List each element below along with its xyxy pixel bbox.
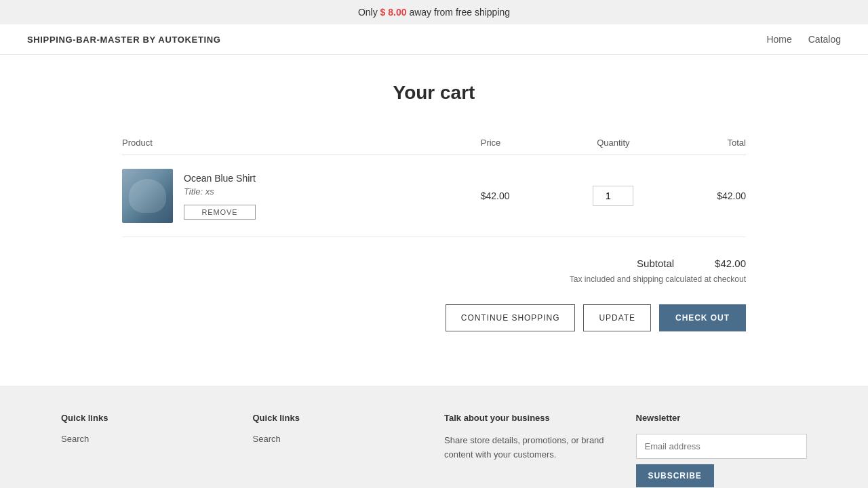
product-details: Ocean Blue Shirt Title: xs REMOVE (184, 173, 256, 220)
shipping-bar: Only $ 8.00 away from free shipping (0, 0, 868, 24)
footer-col-4-title: Newsletter (636, 413, 808, 423)
footer-col-3-title: Talk about your business (444, 413, 616, 423)
col-product: Product (122, 131, 481, 155)
product-price: $42.00 (481, 155, 559, 237)
subtotal-value: $42.00 (715, 258, 746, 269)
shipping-bar-prefix: Only (358, 7, 380, 18)
table-row: Ocean Blue Shirt Title: xs REMOVE $42.00… (122, 155, 746, 237)
footer-col-3: Talk about your business Share store det… (444, 413, 616, 487)
product-total: $42.00 (668, 155, 746, 237)
subscribe-button[interactable]: SUBSCRIBE (636, 464, 714, 487)
subtotal-label: Subtotal (637, 258, 674, 269)
cart-main: Your cart Product Price Quantity Total O… (108, 55, 760, 386)
product-image (122, 169, 173, 223)
nav-catalog[interactable]: Catalog (808, 34, 841, 45)
footer-search-link-1[interactable]: Search (61, 434, 233, 444)
page-title: Your cart (122, 82, 746, 104)
continue-shopping-button[interactable]: CONTINUE SHOPPING (446, 304, 576, 331)
footer-col-1-title: Quick links (61, 413, 233, 423)
footer-col-3-desc: Share store details, promotions, or bran… (444, 434, 616, 462)
footer-grid: Quick links Search Quick links Search Ta… (61, 413, 807, 487)
footer-col-2-title: Quick links (253, 413, 425, 423)
nav-home[interactable]: Home (766, 34, 791, 45)
subtotal-row: Subtotal $42.00 (122, 258, 746, 269)
product-variant: Title: xs (184, 186, 256, 197)
brand-name: SHIPPING-BAR-MASTER BY AUTOKETING (27, 35, 221, 45)
footer-col-1: Quick links Search (61, 413, 233, 487)
product-name: Ocean Blue Shirt (184, 173, 256, 184)
col-price: Price (481, 131, 559, 155)
footer-col-2: Quick links Search (253, 413, 425, 487)
footer: Quick links Search Quick links Search Ta… (0, 386, 868, 488)
quantity-cell (559, 155, 668, 237)
subtotal-section: Subtotal $42.00 Tax included and shippin… (122, 258, 746, 345)
cart-table: Product Price Quantity Total Ocean Blue … (122, 131, 746, 237)
remove-button[interactable]: REMOVE (184, 205, 256, 220)
update-button[interactable]: UPDATE (583, 304, 651, 331)
checkout-button[interactable]: CHECK OUT (659, 304, 746, 331)
shipping-bar-suffix: away from free shipping (409, 7, 510, 18)
tax-note: Tax included and shipping calculated at … (122, 274, 746, 284)
main-nav: Home Catalog (766, 34, 841, 45)
footer-search-link-2[interactable]: Search (253, 434, 425, 444)
quantity-input[interactable] (593, 186, 633, 206)
newsletter-email-input[interactable] (636, 434, 808, 459)
shipping-bar-amount: $ 8.00 (380, 7, 407, 18)
footer-col-4: Newsletter SUBSCRIBE (636, 413, 808, 487)
col-quantity: Quantity (559, 131, 668, 155)
product-cell: Ocean Blue Shirt Title: xs REMOVE (122, 155, 481, 237)
action-buttons: CONTINUE SHOPPING UPDATE CHECK OUT (122, 304, 746, 331)
col-total: Total (668, 131, 746, 155)
product-info-cell: Ocean Blue Shirt Title: xs REMOVE (122, 169, 481, 223)
header: SHIPPING-BAR-MASTER BY AUTOKETING Home C… (0, 24, 868, 55)
